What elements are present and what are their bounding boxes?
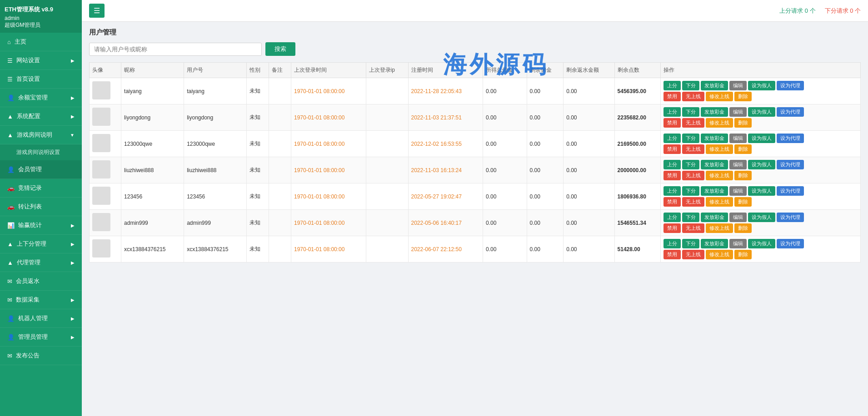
agent-button[interactable]: 设为代理: [777, 160, 804, 169]
modify-button[interactable]: 修改上线: [706, 171, 733, 180]
agent-button[interactable]: 设为代理: [777, 134, 804, 143]
bonus-button[interactable]: 发放彩金: [701, 160, 728, 169]
up-button[interactable]: 上分: [663, 213, 681, 222]
sidebar-item-frontpage[interactable]: ☰ 首页设置: [0, 70, 82, 89]
cell-note: [269, 183, 291, 210]
modify-button[interactable]: 修改上线: [706, 197, 733, 207]
ban-button[interactable]: 禁用: [663, 171, 681, 180]
down-button[interactable]: 下分: [682, 239, 699, 248]
sidebar-item-members[interactable]: 👤 会员管理: [0, 160, 82, 179]
sidebar-item-balance[interactable]: 👤 余额宝管理 ▶: [0, 89, 82, 107]
modify-button[interactable]: 修改上线: [706, 250, 733, 259]
offline-button[interactable]: 无上线: [682, 92, 704, 101]
cell-remain-points: 2169500.00: [614, 131, 660, 157]
offline-button[interactable]: 无上线: [682, 118, 704, 128]
offline-button[interactable]: 无上线: [682, 223, 704, 233]
cell-total-commission: 0.00: [483, 183, 527, 210]
modify-button[interactable]: 修改上线: [706, 92, 733, 101]
sidebar-item-gameroom-sub[interactable]: 游戏房间说明设置: [0, 144, 82, 160]
fake-button[interactable]: 设为假人: [748, 213, 775, 222]
ban-button[interactable]: 禁用: [663, 197, 681, 207]
agent-button[interactable]: 设为代理: [777, 186, 804, 196]
delete-button[interactable]: 删除: [734, 197, 752, 207]
modify-button[interactable]: 修改上线: [706, 223, 733, 233]
up-button[interactable]: 上分: [663, 186, 681, 196]
offline-button[interactable]: 无上线: [682, 250, 704, 259]
fake-button[interactable]: 设为假人: [748, 107, 775, 117]
up-button[interactable]: 上分: [663, 81, 681, 90]
fake-button[interactable]: 设为假人: [748, 134, 775, 143]
offline-button[interactable]: 无上线: [682, 197, 704, 207]
offline-button[interactable]: 无上线: [682, 144, 704, 154]
sidebar-item-announce[interactable]: ✉ 发布公告: [0, 347, 82, 365]
bonus-button[interactable]: 发放彩金: [701, 134, 728, 143]
agent-button[interactable]: 设为代理: [777, 213, 804, 222]
down-button[interactable]: 下分: [682, 134, 699, 143]
bonus-button[interactable]: 发放彩金: [701, 213, 728, 222]
bonus-button[interactable]: 发放彩金: [701, 81, 728, 90]
cell-remain-points: 1806936.80: [614, 183, 660, 210]
up-button[interactable]: 上分: [663, 239, 681, 248]
up-button[interactable]: 上分: [663, 107, 681, 117]
edit-button[interactable]: 编辑: [729, 107, 747, 117]
down-button[interactable]: 下分: [682, 160, 699, 169]
sidebar-item-data[interactable]: ✉ 数据采集 ▶: [0, 291, 82, 309]
cell-reg-time: 2022-12-02 16:53:55: [408, 131, 483, 157]
fake-button[interactable]: 设为假人: [748, 160, 775, 169]
sidebar-item-stats[interactable]: 📊 输赢统计 ▶: [0, 216, 82, 235]
bonus-button[interactable]: 发放彩金: [701, 107, 728, 117]
down-button[interactable]: 下分: [682, 107, 699, 117]
ban-button[interactable]: 禁用: [663, 92, 681, 101]
down-button[interactable]: 下分: [682, 81, 699, 90]
sidebar-item-admin-manage[interactable]: 👤 管理员管理 ▶: [0, 328, 82, 347]
search-input[interactable]: [89, 43, 262, 56]
search-button[interactable]: 搜索: [265, 42, 295, 56]
bonus-button[interactable]: 发放彩金: [701, 186, 728, 196]
bonus-button[interactable]: 发放彩金: [701, 239, 728, 248]
agent-button[interactable]: 设为代理: [777, 239, 804, 248]
fake-button[interactable]: 设为假人: [748, 239, 775, 248]
avatar: [92, 108, 110, 126]
ban-button[interactable]: 禁用: [663, 144, 681, 154]
ban-button[interactable]: 禁用: [663, 118, 681, 128]
hamburger-button[interactable]: ☰: [89, 4, 105, 18]
edit-button[interactable]: 编辑: [729, 134, 747, 143]
agent-button[interactable]: 设为代理: [777, 107, 804, 117]
fake-button[interactable]: 设为假人: [748, 186, 775, 196]
modify-button[interactable]: 修改上线: [706, 144, 733, 154]
agent-button[interactable]: 设为代理: [777, 81, 804, 90]
edit-button[interactable]: 编辑: [729, 213, 747, 222]
ban-button[interactable]: 禁用: [663, 250, 681, 259]
edit-button[interactable]: 编辑: [729, 81, 747, 90]
sidebar-item-agent[interactable]: ▲ 代理管理 ▶: [0, 253, 82, 272]
modify-button[interactable]: 修改上线: [706, 118, 733, 128]
sidebar-item-robot[interactable]: 👤 机器人管理 ▶: [0, 309, 82, 328]
down-button[interactable]: 下分: [682, 213, 699, 222]
cell-remain-cashback: 0.00: [564, 210, 614, 236]
fake-button[interactable]: 设为假人: [748, 81, 775, 90]
sidebar-item-cashback[interactable]: ✉ 会员返水: [0, 272, 82, 291]
delete-button[interactable]: 删除: [734, 118, 752, 128]
delete-button[interactable]: 删除: [734, 223, 752, 233]
sidebar-item-home[interactable]: ⌂ 主页: [0, 33, 82, 51]
sidebar-item-website[interactable]: ☰ 网站设置 ▶: [0, 51, 82, 70]
edit-button[interactable]: 编辑: [729, 160, 747, 169]
website-icon: ☰: [7, 57, 13, 64]
offline-button[interactable]: 无上线: [682, 171, 704, 180]
sidebar-item-gameroom[interactable]: ▲ 游戏房间说明 ▼: [0, 126, 82, 144]
delete-button[interactable]: 删除: [734, 144, 752, 154]
delete-button[interactable]: 删除: [734, 171, 752, 180]
sidebar-item-records[interactable]: 🚗 竞猜记录: [0, 179, 82, 198]
cell-avatar: [90, 236, 121, 262]
delete-button[interactable]: 删除: [734, 250, 752, 259]
up-button[interactable]: 上分: [663, 134, 681, 143]
edit-button[interactable]: 编辑: [729, 186, 747, 196]
ban-button[interactable]: 禁用: [663, 223, 681, 233]
sidebar-item-updown[interactable]: ▲ 上下分管理 ▶: [0, 235, 82, 253]
edit-button[interactable]: 编辑: [729, 239, 747, 248]
up-button[interactable]: 上分: [663, 160, 681, 169]
down-button[interactable]: 下分: [682, 186, 699, 196]
sidebar-item-sysconfg[interactable]: ▲ 系统配置 ▶: [0, 107, 82, 126]
delete-button[interactable]: 删除: [734, 92, 752, 101]
sidebar-item-transfer[interactable]: 🚗 转让列表: [0, 198, 82, 216]
